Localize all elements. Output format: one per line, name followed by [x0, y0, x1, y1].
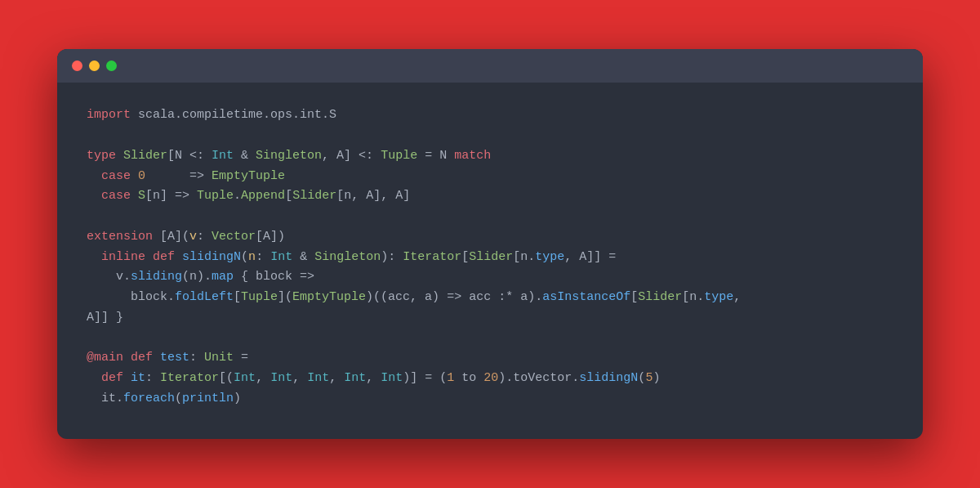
line-main: @main def test: Unit = [87, 348, 893, 369]
blank-line-3 [87, 329, 893, 349]
blank-line-2 [87, 207, 893, 227]
close-button[interactable] [72, 60, 82, 71]
code-editor: import scala.compiletime.ops.int.S type … [57, 83, 923, 438]
line-extension: extension [A](v: Vector[A]) [87, 227, 893, 248]
line-type-decl: type Slider[N <: Int & Singleton, A] <: … [87, 146, 893, 167]
line-case0: case 0 => EmptyTuple [87, 167, 893, 187]
line-import: import scala.compiletime.ops.int.S [87, 105, 893, 126]
line-inline-def: inline def slidingN(n: Int & Singleton):… [87, 248, 893, 268]
line-a-close: A]] } [87, 308, 893, 329]
blank-line-1 [87, 126, 893, 146]
line-fold: block.foldLeft[Tuple](EmptyTuple)((acc, … [87, 288, 893, 308]
line-foreach: it.foreach(println) [87, 389, 893, 410]
minimize-button[interactable] [89, 60, 100, 71]
line-caseS: case S[n] => Tuple.Append[Slider[n, A], … [87, 186, 893, 207]
titlebar [57, 49, 923, 83]
line-def-it: def it: Iterator[(Int, Int, Int, Int, In… [87, 369, 893, 389]
maximize-button[interactable] [106, 60, 117, 71]
line-vsliding: v.sliding(n).map { block => [87, 267, 893, 288]
code-window: import scala.compiletime.ops.int.S type … [57, 49, 923, 438]
